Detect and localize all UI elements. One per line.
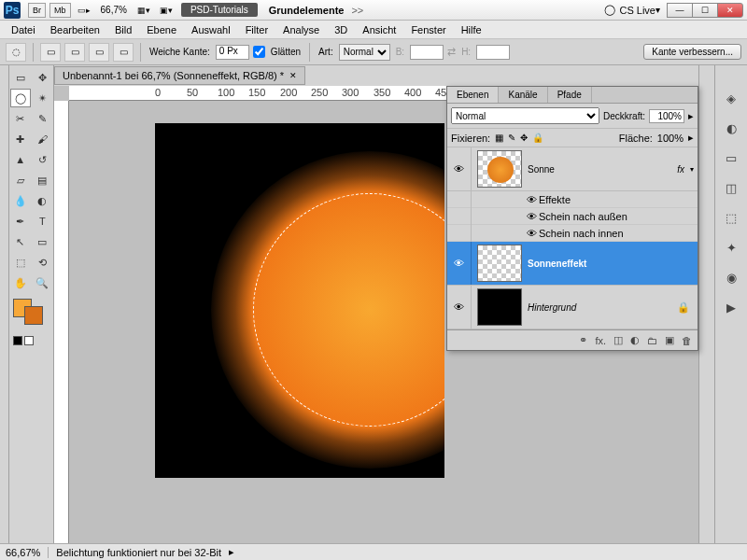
adjustment-layer-icon[interactable]: ◐ bbox=[630, 334, 640, 346]
layer-thumbnail[interactable] bbox=[477, 245, 522, 282]
visibility-toggle-icon[interactable]: 👁 bbox=[447, 242, 472, 285]
type-tool-icon[interactable]: T bbox=[33, 212, 53, 231]
minimize-button[interactable]: — bbox=[667, 3, 693, 18]
screenmode-icon[interactable]: ▣▾ bbox=[156, 3, 176, 18]
eyedropper-tool-icon[interactable]: ✎ bbox=[33, 109, 53, 128]
lock-paint-icon[interactable]: ✎ bbox=[508, 133, 515, 143]
actions-panel-icon[interactable]: ▶ bbox=[721, 297, 741, 317]
visibility-toggle-icon[interactable]: 👁 bbox=[524, 228, 539, 239]
refine-edge-button[interactable]: Kante verbessern... bbox=[643, 44, 741, 60]
style-select[interactable]: Normal bbox=[339, 44, 390, 61]
menu-bearbeiten[interactable]: Bearbeiten bbox=[43, 22, 107, 37]
crop-tool-icon[interactable]: ✂ bbox=[10, 109, 31, 128]
lock-transparent-icon[interactable]: ▦ bbox=[495, 133, 503, 143]
delete-layer-icon[interactable]: 🗑 bbox=[682, 335, 692, 346]
minibridge-button[interactable]: Mb bbox=[49, 3, 71, 18]
stamp-tool-icon[interactable]: ▲ bbox=[10, 150, 31, 169]
layer-hintergrund[interactable]: 👁 Hintergrund 🔒 bbox=[447, 286, 698, 329]
menu-fenster[interactable]: Fenster bbox=[403, 22, 453, 37]
menu-ansicht[interactable]: Ansicht bbox=[355, 22, 403, 37]
history-brush-icon[interactable]: ↺ bbox=[33, 150, 53, 169]
background-swatch[interactable] bbox=[24, 306, 43, 325]
channels-panel-icon[interactable]: ▭ bbox=[721, 147, 741, 168]
styles-panel-icon[interactable]: ✦ bbox=[721, 237, 741, 258]
tab-pfade[interactable]: Pfade bbox=[548, 87, 592, 103]
lock-position-icon[interactable]: ✥ bbox=[520, 133, 528, 143]
move-tool-icon[interactable]: ✥ bbox=[33, 68, 53, 87]
status-arrow-icon[interactable]: ▸ bbox=[229, 546, 234, 558]
menu-auswahl[interactable]: Auswahl bbox=[184, 22, 238, 37]
swatches-panel-icon[interactable]: ⬚ bbox=[721, 207, 741, 228]
feather-input[interactable]: 0 Px bbox=[216, 45, 249, 60]
shape-tool-icon[interactable]: ▭ bbox=[33, 232, 53, 251]
layers-panel-icon[interactable]: ◈ bbox=[721, 88, 741, 108]
workspace-grundelemente[interactable]: Grundelemente bbox=[269, 5, 345, 16]
zoom-tool-icon[interactable]: 🔍 bbox=[33, 273, 53, 292]
visibility-toggle-icon[interactable]: 👁 bbox=[524, 194, 539, 205]
effect-inner-glow[interactable]: 👁 Schein nach innen bbox=[447, 225, 698, 242]
layer-sonneneffekt[interactable]: 👁 Sonneneffekt bbox=[447, 242, 698, 286]
arrange-icon[interactable]: ▦▾ bbox=[134, 3, 154, 18]
menu-hilfe[interactable]: Hilfe bbox=[454, 22, 489, 37]
layer-thumbnail[interactable] bbox=[477, 288, 522, 326]
antialias-checkbox[interactable] bbox=[253, 46, 265, 58]
visibility-toggle-icon[interactable]: 👁 bbox=[524, 211, 539, 222]
gradient-tool-icon[interactable]: ▤ bbox=[33, 171, 53, 189]
menu-ebene[interactable]: Ebene bbox=[139, 22, 184, 37]
menu-analyse[interactable]: Analyse bbox=[275, 22, 327, 37]
history-panel-icon[interactable]: ◉ bbox=[721, 267, 741, 287]
menu-bild[interactable]: Bild bbox=[107, 22, 139, 37]
workspace-more-icon[interactable]: >> bbox=[351, 5, 363, 16]
close-tab-icon[interactable]: ✕ bbox=[289, 71, 297, 80]
visibility-toggle-icon[interactable]: 👁 bbox=[447, 286, 472, 329]
menu-datei[interactable]: Datei bbox=[4, 22, 43, 37]
layer-sonne[interactable]: 👁 Sonne fx ▾ bbox=[447, 147, 698, 191]
path-select-icon[interactable]: ↖ bbox=[10, 232, 31, 251]
workspace-psd-tutorials[interactable]: PSD-Tutorials bbox=[181, 3, 258, 17]
filmstrip-icon[interactable]: ▭▸ bbox=[74, 3, 94, 18]
dodge-tool-icon[interactable]: ◐ bbox=[33, 191, 53, 210]
layer-thumbnail[interactable] bbox=[477, 150, 522, 188]
lock-all-icon[interactable]: 🔒 bbox=[532, 133, 543, 143]
new-layer-icon[interactable]: ▣ bbox=[665, 334, 674, 346]
group-icon[interactable]: 🗀 bbox=[647, 335, 657, 346]
swap-colors-icon[interactable] bbox=[24, 336, 34, 345]
document-canvas[interactable] bbox=[155, 123, 444, 478]
brush-tool-icon[interactable]: 🖌 bbox=[33, 130, 53, 148]
subtract-selection-icon[interactable]: ▭ bbox=[89, 43, 109, 62]
fx-collapse-icon[interactable]: ▾ bbox=[690, 165, 694, 174]
pen-tool-icon[interactable]: ✒ bbox=[10, 212, 31, 231]
new-selection-icon[interactable]: ▭ bbox=[40, 43, 61, 62]
layer-name[interactable]: Hintergrund bbox=[528, 302, 677, 313]
layer-mask-icon[interactable]: ◫ bbox=[613, 334, 623, 346]
fx-badge[interactable]: fx bbox=[677, 164, 684, 175]
close-button[interactable]: ✕ bbox=[717, 3, 743, 18]
maximize-button[interactable]: ☐ bbox=[692, 3, 718, 18]
marquee-tool-icon[interactable]: ▭ bbox=[10, 68, 31, 87]
hand-tool-icon[interactable]: ✋ bbox=[10, 273, 31, 292]
layer-name[interactable]: Sonne bbox=[528, 164, 677, 175]
link-layers-icon[interactable]: ⚭ bbox=[579, 334, 587, 346]
visibility-toggle-icon[interactable]: 👁 bbox=[447, 147, 472, 190]
bridge-button[interactable]: Br bbox=[28, 3, 46, 18]
opacity-input[interactable]: 100% bbox=[649, 109, 684, 123]
menu-3d[interactable]: 3D bbox=[327, 22, 355, 37]
3d-tool-icon[interactable]: ⬚ bbox=[10, 253, 31, 272]
add-selection-icon[interactable]: ▭ bbox=[64, 43, 85, 62]
eraser-tool-icon[interactable]: ▱ bbox=[10, 171, 31, 189]
tab-kanale[interactable]: Kanäle bbox=[499, 87, 547, 103]
blur-tool-icon[interactable]: 💧 bbox=[10, 191, 31, 210]
opacity-arrow-icon[interactable]: ▸ bbox=[688, 110, 694, 122]
3d-rotate-icon[interactable]: ⟲ bbox=[33, 253, 53, 272]
default-colors-icon[interactable] bbox=[13, 336, 22, 345]
effects-row[interactable]: 👁 Effekte bbox=[447, 191, 698, 208]
status-zoom[interactable]: 66,67% bbox=[6, 547, 40, 558]
adjustments-panel-icon[interactable]: ◐ bbox=[721, 118, 741, 138]
ellipse-marquee-tool-icon[interactable]: ◯ bbox=[10, 89, 31, 107]
wand-tool-icon[interactable]: ✴ bbox=[33, 89, 52, 107]
fill-arrow-icon[interactable]: ▸ bbox=[688, 132, 694, 144]
layer-name[interactable]: Sonneneffekt bbox=[528, 259, 698, 269]
document-tab[interactable]: Unbenannt-1 bei 66,7% (Sonneneffekt, RGB… bbox=[54, 66, 305, 85]
effect-outer-glow[interactable]: 👁 Schein nach außen bbox=[447, 208, 698, 225]
cs-live-button[interactable]: CS Live ▾ bbox=[604, 4, 660, 16]
